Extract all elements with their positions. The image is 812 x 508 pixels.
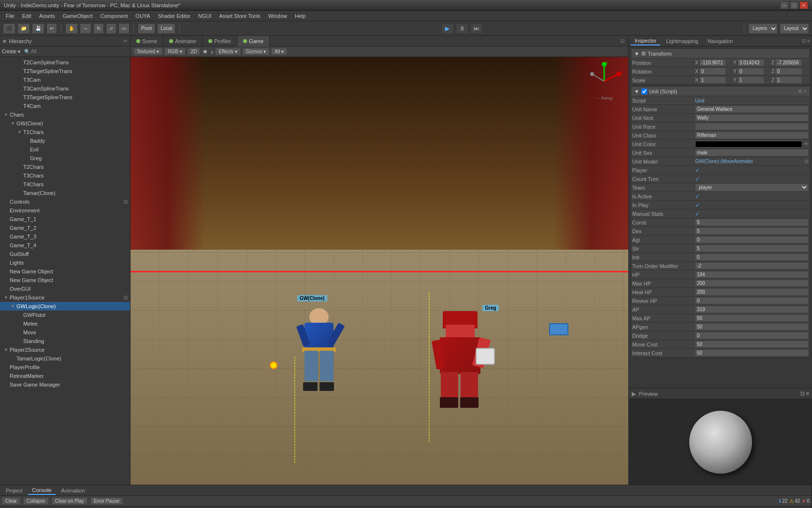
effects-btn[interactable]: Effects ▾ xyxy=(215,48,240,55)
menu-ouya[interactable]: OUYA xyxy=(131,12,154,20)
open-btn[interactable]: 📁 xyxy=(17,23,30,34)
pos-x-input[interactable] xyxy=(699,59,726,66)
scale-btn[interactable]: ⤢ xyxy=(106,23,116,34)
hierarchy-item-tamarlogic-clone[interactable]: TamarLogic(Clone) xyxy=(0,354,130,363)
tab-game[interactable]: Game xyxy=(237,36,270,46)
hierarchy-item-playerprofile[interactable]: PlayerProfile xyxy=(0,363,130,372)
scale-y-input[interactable] xyxy=(738,76,764,84)
rotate-btn[interactable]: ↻ xyxy=(93,23,104,34)
is-active-checkbox[interactable]: ✓ xyxy=(695,193,700,200)
rot-z-input[interactable] xyxy=(775,68,802,75)
close-btn[interactable]: ✕ xyxy=(799,1,808,9)
step-btn[interactable]: ⏭ xyxy=(470,23,483,34)
all-btn[interactable]: All ▾ xyxy=(271,48,287,55)
turn-order-input[interactable] xyxy=(695,262,809,269)
revive-hp-input[interactable] xyxy=(695,297,809,304)
hierarchy-item-gwpistol[interactable]: GWPistol xyxy=(0,311,130,319)
rect-btn[interactable]: ▭ xyxy=(118,23,130,34)
interact-cost-input[interactable] xyxy=(695,349,809,357)
menu-help[interactable]: Help xyxy=(291,12,310,20)
maximize-btn[interactable]: □ xyxy=(790,1,798,9)
save-btn[interactable]: 💾 xyxy=(32,23,44,34)
count-turn-checkbox[interactable]: ✓ xyxy=(695,176,700,182)
pivot-btn[interactable]: Pivot xyxy=(138,23,155,34)
hp-input[interactable] xyxy=(695,271,809,278)
hierarchy-item-player2source[interactable]: ▼Player2Source xyxy=(0,345,130,354)
hierarchy-item-t1chars[interactable]: ▼T1Chars xyxy=(0,128,130,136)
inspector-options-icon[interactable]: ⊡ ≡ xyxy=(802,38,810,44)
max-hp-input[interactable] xyxy=(695,280,809,287)
error-pause-btn[interactable]: Error Pause xyxy=(90,497,123,505)
const-input[interactable] xyxy=(695,219,809,226)
menu-gameobject[interactable]: GameObject xyxy=(59,12,97,20)
hierarchy-item-t2targetsplinetrans[interactable]: T2TargetSplineTrans xyxy=(0,67,130,75)
preview-play-btn[interactable]: ▶ xyxy=(632,390,636,397)
create-btn[interactable]: Create ▾ xyxy=(2,49,20,54)
hierarchy-item-t4cam[interactable]: T4Cam xyxy=(0,102,130,110)
move-btn[interactable]: ↔ xyxy=(80,23,91,34)
menu-shader-editor[interactable]: Shader Editor xyxy=(154,12,194,20)
hierarchy-item-melee[interactable]: Melee xyxy=(0,319,130,328)
rot-x-input[interactable] xyxy=(699,68,726,75)
hierarchy-item-game-t3[interactable]: Game_T_3 xyxy=(0,232,130,241)
hierarchy-item-greg[interactable]: Greg xyxy=(0,154,130,163)
window-controls[interactable]: ─ □ ✕ xyxy=(780,1,808,9)
tab-project[interactable]: Project xyxy=(2,487,26,494)
hierarchy-item-new-game-obj1[interactable]: New Game Object xyxy=(0,267,130,276)
pos-y-input[interactable] xyxy=(738,59,764,66)
hierarchy-item-game-t1[interactable]: Game_T_1 xyxy=(0,215,130,224)
hierarchy-item-tamar-clone[interactable]: Tamar(Clone) xyxy=(0,189,130,197)
lighting-icon[interactable]: ☀ xyxy=(202,48,208,56)
hierarchy-item-t3cam[interactable]: T3Cam xyxy=(0,75,130,84)
unit-color-swatch[interactable] xyxy=(695,141,802,148)
rgb-btn[interactable]: RGB ▾ xyxy=(164,48,185,55)
team-dropdown[interactable]: player enemy xyxy=(695,183,809,192)
dodge-input[interactable] xyxy=(695,332,809,339)
unit-race-input[interactable] xyxy=(695,123,809,130)
rot-y-input[interactable] xyxy=(738,68,764,75)
hierarchy-item-game-t2[interactable]: Game_T_2 xyxy=(0,224,130,232)
preview-options[interactable]: ⊡ ≡ xyxy=(800,390,809,397)
hierarchy-item-standing[interactable]: Standing xyxy=(0,337,130,345)
hierarchy-item-t3camsplinetrans[interactable]: T3CamSplineTrans xyxy=(0,84,130,93)
str-input[interactable] xyxy=(695,245,809,252)
hierarchy-item-lights[interactable]: Lights xyxy=(0,258,130,267)
menu-asset-store[interactable]: Asset Store Tools xyxy=(215,12,264,20)
hierarchy-item-new-game-obj2[interactable]: New Game Object xyxy=(0,276,130,284)
clear-btn[interactable]: Clear xyxy=(2,497,20,505)
undo-btn[interactable]: ↩ xyxy=(46,23,57,34)
unit-color-edit-icon[interactable]: ✏ xyxy=(804,141,809,147)
hierarchy-item-evil[interactable]: Evil xyxy=(0,145,130,154)
minimize-btn[interactable]: ─ xyxy=(780,1,789,9)
hierarchy-item-baddy[interactable]: Baddy xyxy=(0,136,130,145)
tab-profiler[interactable]: Profiler xyxy=(203,36,237,46)
hierarchy-item-player1source[interactable]: ▼Player1Source⊙ xyxy=(0,293,130,302)
hierarchy-item-t4chars[interactable]: T4Chars xyxy=(0,180,130,189)
pos-z-input[interactable] xyxy=(775,59,802,66)
textured-btn[interactable]: Textured ▾ xyxy=(133,48,162,55)
hierarchy-item-t3targetsplinetrans[interactable]: T3TargetSplineTrans xyxy=(0,93,130,102)
unit-sex-input[interactable] xyxy=(695,149,809,156)
hierarchy-item-overgui[interactable]: OverGUI xyxy=(0,284,130,293)
tab-animation[interactable]: Animation xyxy=(58,487,89,494)
ap-input[interactable] xyxy=(695,306,809,313)
hierarchy-item-game-t4[interactable]: Game_T_4 xyxy=(0,241,130,250)
unit-class-input[interactable] xyxy=(695,132,809,139)
hierarchy-item-gw-clone[interactable]: ▼GW(Clone) xyxy=(0,119,130,128)
maximize-game-icon[interactable]: ⊡ xyxy=(621,38,624,44)
dex-input[interactable] xyxy=(695,227,809,235)
hierarchy-item-chars[interactable]: ▼Chars xyxy=(0,110,130,119)
menu-edit[interactable]: Edit xyxy=(18,12,35,20)
menu-ngui[interactable]: NGUI xyxy=(194,12,216,20)
tab-animator[interactable]: Animator xyxy=(163,36,203,46)
hierarchy-item-guistuff[interactable]: GuiStuff xyxy=(0,250,130,258)
hierarchy-item-t2camsplinetrans[interactable]: T2CamSplineTrans xyxy=(0,58,130,67)
local-btn[interactable]: Local xyxy=(157,23,175,34)
tab-lightmapping[interactable]: Lightmapping xyxy=(662,37,702,45)
pause-btn[interactable]: ⏸ xyxy=(456,23,468,34)
clear-on-play-btn[interactable]: Clear on Play xyxy=(52,497,87,505)
menu-window[interactable]: Window xyxy=(264,12,291,20)
agi-input[interactable] xyxy=(695,236,809,243)
unit-nick-input[interactable] xyxy=(695,114,809,121)
menu-assets[interactable]: Assets xyxy=(35,12,59,20)
